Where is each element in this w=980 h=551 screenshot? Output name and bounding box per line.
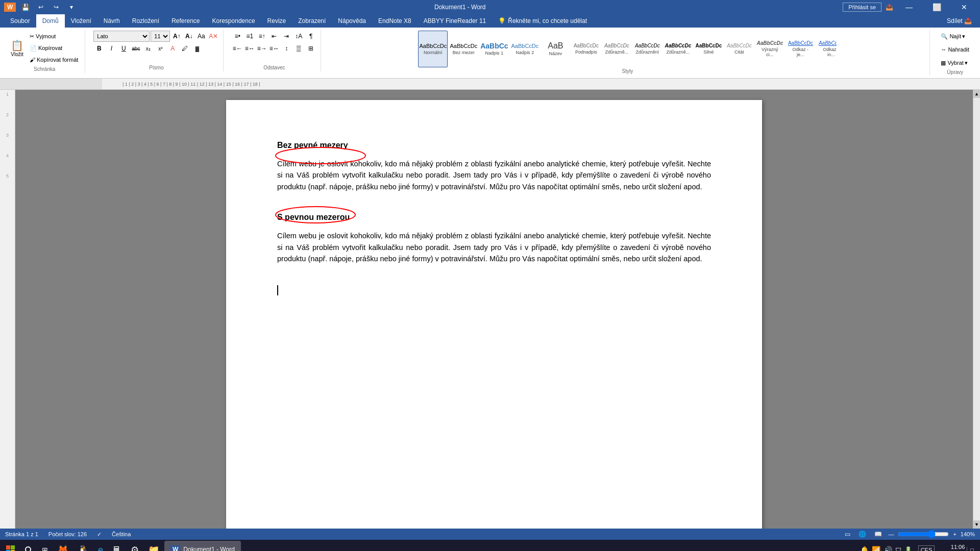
- decrease-font-button[interactable]: A↓: [183, 31, 194, 42]
- scroll-up-button[interactable]: ▲: [973, 90, 980, 98]
- shading-para-button[interactable]: ▒: [293, 43, 304, 54]
- taskbar-word-button[interactable]: W Dokument1 - Word: [164, 541, 241, 551]
- close-button[interactable]: ✕: [952, 0, 976, 14]
- sign-in-button[interactable]: Přihlásit se: [843, 3, 881, 12]
- tab-abbyy[interactable]: ABBYY FineReader 11: [418, 14, 493, 28]
- restore-button[interactable]: ⬜: [925, 0, 948, 14]
- find-button[interactable]: 🔍 Najít ▾: [938, 31, 972, 42]
- justify-button[interactable]: ≡↔: [268, 43, 280, 54]
- customize-button[interactable]: ▾: [66, 2, 77, 13]
- save-button[interactable]: 💾: [20, 2, 31, 13]
- taskbar-app-calc[interactable]: 🖩: [108, 541, 126, 551]
- tab-navrh[interactable]: Návrh: [97, 14, 126, 28]
- tab-reference[interactable]: Reference: [165, 14, 206, 28]
- redo-button[interactable]: ↪: [51, 2, 62, 13]
- line-spacing-button[interactable]: ↕: [281, 43, 292, 54]
- style-výrazný-ci[interactable]: AaBbCcDc Výrazný ci...: [755, 31, 785, 67]
- minimize-button[interactable]: —: [897, 0, 921, 14]
- change-case-button[interactable]: Aa: [195, 31, 207, 42]
- highlight-button[interactable]: 🖊: [179, 43, 190, 54]
- clock: 11:06 28. 4. 2019: [937, 544, 965, 551]
- scroll-down-button[interactable]: ▼: [973, 520, 980, 529]
- italic-button[interactable]: I: [106, 43, 117, 54]
- tab-napoveda[interactable]: Nápověda: [332, 14, 372, 28]
- style-nadpis1[interactable]: AaBbCc Nadpis 1: [479, 31, 509, 67]
- font-size-select[interactable]: 11 12 14: [151, 31, 170, 42]
- select-button[interactable]: ▦ Vybrat ▾: [938, 57, 972, 68]
- tab-search[interactable]: 💡 Řekněte mi, co chcete udělat: [492, 14, 593, 28]
- multilevel-button[interactable]: ≡↑: [256, 31, 267, 42]
- format-painter-button[interactable]: 🖌 Kopírovat formát: [27, 54, 81, 65]
- style-odkaz-je-name: Odkaz - je...: [788, 47, 813, 57]
- style-citát[interactable]: AaBbCcDc Citát: [724, 31, 754, 67]
- tab-vlozeni[interactable]: Vložení: [65, 14, 97, 28]
- style-bez-mezer[interactable]: AaBbCcDc Bez mezer: [449, 31, 478, 67]
- cut-button[interactable]: ✂ Vyjmout: [27, 31, 81, 42]
- search-button[interactable]: [20, 541, 37, 551]
- tab-soubor[interactable]: Soubor: [4, 14, 36, 28]
- network-icon[interactable]: 📶: [872, 546, 880, 551]
- subscript-button[interactable]: x₂: [142, 43, 154, 54]
- style-nadpis2[interactable]: AaBbCcDc Nadpis 2: [510, 31, 540, 67]
- increase-indent-button[interactable]: ⇥: [281, 31, 292, 42]
- tab-zobrazeni[interactable]: Zobrazení: [292, 14, 332, 28]
- borders-button[interactable]: ⊞: [305, 43, 316, 54]
- taskbar-app-explorer[interactable]: 📁: [144, 541, 163, 551]
- bullets-button[interactable]: ≡•: [232, 31, 243, 42]
- align-center-button[interactable]: ≡↔: [244, 43, 255, 54]
- superscript-button[interactable]: x²: [155, 43, 166, 54]
- copy-button[interactable]: 📄 Kopírovat: [27, 42, 81, 54]
- underline-button[interactable]: U: [118, 43, 129, 54]
- notification-icon[interactable]: 🔔: [860, 546, 869, 551]
- align-left-button[interactable]: ≡←: [232, 43, 243, 54]
- increase-font-button[interactable]: A↑: [171, 31, 182, 42]
- tab-revize[interactable]: Revize: [261, 14, 292, 28]
- clear-formatting-button[interactable]: A✕: [208, 31, 219, 42]
- task-view-button[interactable]: ⊞: [38, 541, 52, 551]
- numbering-button[interactable]: ≡1: [244, 31, 255, 42]
- section1-body[interactable]: Cílem webu je oslovit kohokoliv, kdo má …: [277, 158, 711, 192]
- tab-domu[interactable]: Domů: [36, 14, 65, 28]
- section2-body[interactable]: Cílem webu je oslovit kohokoliv, kdo má …: [277, 230, 711, 264]
- style-název[interactable]: AaB Název: [541, 31, 570, 67]
- scrollbar[interactable]: ▲ ▼: [973, 90, 980, 529]
- taskbar-app-settings[interactable]: ⚙: [127, 541, 143, 551]
- style-odkaz-in[interactable]: AaBbCcDc Odkaz - in...: [816, 31, 837, 67]
- undo-button[interactable]: ↩: [35, 2, 46, 13]
- style-podnadpis[interactable]: AaBbCcDc Podnadpis: [571, 31, 601, 67]
- style-zdůraznění[interactable]: AaBbCcDc Zdůraznění: [632, 31, 662, 67]
- strikethrough-button[interactable]: abc: [130, 43, 141, 54]
- volume-icon[interactable]: 🔊: [884, 546, 892, 551]
- style-zdůrazně1[interactable]: AaBbCcDc Zdůrazně...: [602, 31, 631, 67]
- paste-button[interactable]: 📋 Vložit: [8, 34, 26, 62]
- replace-button[interactable]: ↔ Nahradit: [938, 44, 972, 55]
- decrease-indent-button[interactable]: ⇤: [268, 31, 280, 42]
- sort-button[interactable]: ↕A: [293, 31, 304, 42]
- tab-korespondence[interactable]: Korespondence: [206, 14, 261, 28]
- start-button[interactable]: [2, 541, 19, 551]
- web-layout-button[interactable]: 🌐: [856, 531, 868, 538]
- doc-scroll[interactable]: Bez pevné mezery Cílem webu je oslovit k…: [15, 90, 973, 529]
- shading-button[interactable]: ▓: [191, 43, 203, 54]
- show-formatting-button[interactable]: ¶: [305, 31, 316, 42]
- taskbar-app-ie[interactable]: e: [94, 541, 107, 551]
- zoom-slider[interactable]: [898, 530, 949, 538]
- scroll-thumb[interactable]: [973, 98, 980, 520]
- style-normální[interactable]: AaBbCcDc Normální: [418, 31, 448, 67]
- style-zdůrazně2[interactable]: AaBbCcDc Zdůrazně...: [663, 31, 693, 67]
- taskbar-app-2[interactable]: 🐧: [74, 541, 93, 551]
- font-name-select[interactable]: Lato Calibri Arial: [93, 31, 150, 42]
- style-odkaz-je[interactable]: AaBbCcDc Odkaz - je...: [786, 31, 815, 67]
- tab-endnote[interactable]: EndNote X8: [372, 14, 418, 28]
- font-color-button[interactable]: A: [167, 43, 178, 54]
- style-silné[interactable]: AaBbCcDc Silné: [694, 31, 723, 67]
- taskbar-app-vytvorit[interactable]: 🦊: [53, 541, 72, 551]
- show-desktop-button[interactable]: □: [967, 547, 974, 551]
- print-layout-button[interactable]: ▭: [843, 531, 852, 538]
- read-mode-button[interactable]: 📖: [872, 531, 884, 538]
- align-right-button[interactable]: ≡→: [256, 43, 267, 54]
- document-page[interactable]: Bez pevné mezery Cílem webu je oslovit k…: [226, 100, 762, 529]
- share-ribbon-icon[interactable]: Sdílet 📤: [947, 17, 972, 24]
- tab-rozlozeni[interactable]: Rozložení: [126, 14, 165, 28]
- bold-button[interactable]: B: [93, 43, 105, 54]
